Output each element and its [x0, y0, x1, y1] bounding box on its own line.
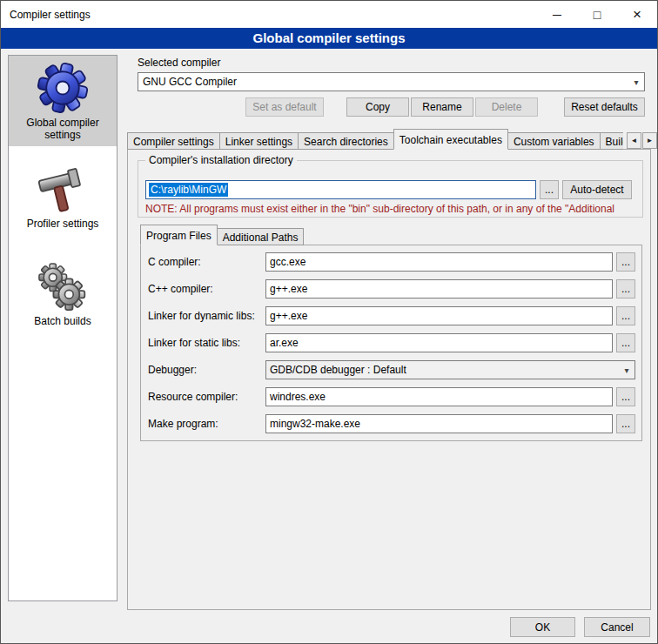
delete-button[interactable]: Delete	[475, 97, 538, 117]
tab-linker-settings[interactable]: Linker settings	[219, 132, 299, 150]
installation-directory-input[interactable]: C:\raylib\MinGW	[145, 180, 536, 199]
cpp-compiler-browse-button[interactable]: ...	[616, 279, 635, 299]
form-row-linker-static: Linker for static libs: ar.exe ...	[141, 333, 641, 352]
window-controls: ─ □ ×	[537, 1, 657, 28]
titlebar: Compiler settings ─ □ ×	[1, 1, 657, 28]
cancel-button[interactable]: Cancel	[584, 617, 650, 637]
linker-static-browse-button[interactable]: ...	[616, 333, 635, 352]
note-text: NOTE: All programs must exist either in …	[145, 203, 645, 215]
resource-compiler-input[interactable]: windres.exe	[265, 387, 613, 406]
minimize-icon: ─	[553, 8, 561, 22]
sidebar-item-label: Profiler settings	[10, 218, 115, 230]
maximize-icon: □	[594, 8, 601, 22]
installation-directory-browse-button[interactable]: ...	[540, 180, 559, 199]
installation-directory-value: C:\raylib\MinGW	[149, 183, 228, 197]
chevron-down-icon: ▾	[619, 366, 634, 375]
reset-defaults-button[interactable]: Reset defaults	[564, 97, 645, 117]
cpp-compiler-input[interactable]: g++.exe	[265, 279, 613, 299]
form-row-resource-compiler: Resource compiler: windres.exe ...	[141, 387, 641, 406]
ok-button[interactable]: OK	[510, 617, 575, 637]
make-program-browse-button[interactable]: ...	[616, 414, 635, 433]
selected-compiler-label: Selected compiler	[138, 57, 220, 69]
arrow-right-icon: ►	[647, 137, 654, 144]
linker-dynamic-browse-button[interactable]: ...	[616, 306, 635, 325]
tab-compiler-settings[interactable]: Compiler settings	[127, 132, 220, 150]
debugger-select-value: GDB/CDB debugger : Default	[270, 364, 406, 376]
chevron-down-icon: ▾	[628, 77, 644, 87]
auto-detect-button[interactable]: Auto-detect	[562, 180, 632, 199]
close-button[interactable]: ×	[617, 1, 657, 28]
field-label: C compiler:	[148, 256, 201, 268]
c-compiler-input[interactable]: gcc.exe	[265, 252, 613, 272]
sidebar-item-global-compiler-settings[interactable]: Global compiler settings	[9, 56, 117, 146]
program-tabstrip: Program Files Additional Paths	[140, 225, 488, 245]
rename-button[interactable]: Rename	[411, 97, 473, 117]
tab-program-files[interactable]: Program Files	[140, 225, 218, 245]
copy-button[interactable]: Copy	[346, 97, 409, 117]
tab-additional-paths[interactable]: Additional Paths	[217, 228, 305, 245]
form-row-debugger: Debugger: GDB/CDB debugger : Default ▾	[141, 360, 641, 379]
form-row-c-compiler: C compiler: gcc.exe ...	[141, 252, 641, 272]
set-as-default-button[interactable]: Set as default	[245, 97, 324, 117]
debugger-select[interactable]: GDB/CDB debugger : Default ▾	[265, 360, 635, 379]
maximize-button[interactable]: □	[577, 1, 617, 28]
tab-build-options[interactable]: Build	[600, 132, 623, 150]
page-title: Global compiler settings	[1, 28, 657, 49]
settings-tabstrip: Compiler settings Linker settings Search…	[127, 129, 623, 150]
compiler-settings-dialog: Compiler settings ─ □ × Global compiler …	[0, 0, 658, 644]
field-label: Linker for static libs:	[148, 337, 240, 349]
settings-category-sidebar: Global compiler settings Profiler settin…	[8, 55, 118, 601]
installation-directory-group-label: Compiler's installation directory	[145, 154, 297, 166]
program-files-panel: C compiler: gcc.exe ... C++ compiler: g+…	[140, 245, 642, 441]
window-title: Compiler settings	[1, 9, 91, 21]
tab-custom-variables[interactable]: Custom variables	[507, 132, 601, 150]
tab-search-directories[interactable]: Search directories	[298, 132, 394, 150]
linker-dynamic-input[interactable]: g++.exe	[265, 306, 613, 325]
profiler-tool-icon	[37, 164, 88, 215]
batch-gears-icon	[37, 262, 88, 312]
compiler-select[interactable]: GNU GCC Compiler ▾	[138, 72, 645, 91]
tab-scroll-right-button[interactable]: ►	[642, 132, 657, 149]
compiler-gear-icon	[37, 62, 89, 114]
minimize-button[interactable]: ─	[537, 1, 577, 28]
make-program-input[interactable]: mingw32-make.exe	[265, 414, 613, 433]
sidebar-item-batch-builds[interactable]: Batch builds	[9, 256, 117, 332]
form-row-cpp-compiler: C++ compiler: g++.exe ...	[141, 279, 641, 299]
field-label: Debugger:	[148, 364, 197, 376]
tab-scroll-left-button[interactable]: ◄	[627, 132, 641, 149]
field-label: C++ compiler:	[148, 283, 213, 295]
close-icon: ×	[633, 6, 641, 23]
linker-static-input[interactable]: ar.exe	[265, 333, 613, 352]
sidebar-item-profiler-settings[interactable]: Profiler settings	[9, 158, 117, 235]
sidebar-item-label: Batch builds	[10, 315, 115, 327]
form-row-make-program: Make program: mingw32-make.exe ...	[141, 414, 641, 433]
field-label: Linker for dynamic libs:	[148, 310, 255, 322]
form-row-linker-dynamic: Linker for dynamic libs: g++.exe ...	[141, 306, 641, 325]
field-label: Resource compiler:	[148, 391, 238, 403]
field-label: Make program:	[148, 418, 218, 430]
resource-compiler-browse-button[interactable]: ...	[616, 387, 635, 406]
arrow-left-icon: ◄	[631, 137, 638, 144]
c-compiler-browse-button[interactable]: ...	[616, 252, 635, 272]
tab-toolchain-executables[interactable]: Toolchain executables	[393, 129, 508, 150]
compiler-select-value: GNU GCC Compiler	[143, 76, 237, 88]
sidebar-item-label: Global compiler settings	[10, 117, 115, 141]
